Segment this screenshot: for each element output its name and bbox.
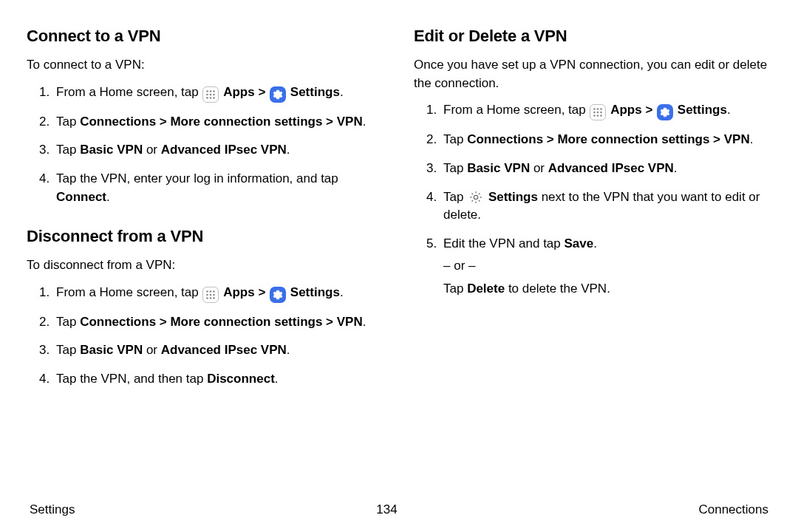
right-column: Edit or Delete a VPN Once you have set u… <box>414 27 771 502</box>
text: Tap the VPN, and then tap <box>56 372 207 386</box>
intro-disconnect: To disconnect from a VPN: <box>27 256 384 275</box>
footer-right: Connections <box>698 502 768 517</box>
period: . <box>363 315 366 329</box>
text: Tap the VPN, enter your log in informati… <box>56 171 338 185</box>
step-1: From a Home screen, tap Apps > Settings. <box>53 83 384 103</box>
step-4: Tap the VPN, enter your log in informati… <box>53 170 384 206</box>
text: Tap <box>443 132 467 146</box>
save-label: Save <box>565 236 594 250</box>
rest: to delete the VPN. <box>505 282 610 296</box>
path: Connections > More connection settings >… <box>80 115 363 129</box>
arrow: > <box>255 85 269 99</box>
apps-label: Apps <box>223 85 255 99</box>
period: . <box>340 285 344 299</box>
step-1: From a Home screen, tap Apps > Settings. <box>440 101 771 120</box>
path: Connections > More connection settings >… <box>80 315 363 329</box>
step-2: Tap Connections > More connection settin… <box>53 113 384 132</box>
opt1: Basic VPN <box>80 143 143 157</box>
period: . <box>287 143 290 157</box>
heading-disconnect-vpn: Disconnect from a VPN <box>27 227 384 246</box>
step-4: Tap Settings next to the VPN that you wa… <box>440 188 771 225</box>
arrow: > <box>642 103 656 117</box>
step-2: Tap Connections > More connection settin… <box>440 131 771 149</box>
apps-icon <box>590 104 606 120</box>
step-5: Edit the VPN and tap Save. – or – Tap De… <box>440 235 771 299</box>
step-3: Tap Basic VPN or Advanced IPsec VPN. <box>53 341 384 360</box>
arrow: > <box>255 285 269 299</box>
apps-label: Apps <box>223 285 255 299</box>
period: . <box>287 343 290 357</box>
steps-disconnect: From a Home screen, tap Apps > Settings.… <box>27 284 384 389</box>
or: or <box>530 161 548 175</box>
steps-connect: From a Home screen, tap Apps > Settings.… <box>27 83 384 207</box>
left-column: Connect to a VPN To connect to a VPN: Fr… <box>27 27 384 502</box>
text: Tap <box>56 343 80 357</box>
opt2: Advanced IPsec VPN <box>548 161 674 175</box>
period: . <box>674 161 678 175</box>
heading-connect-vpn: Connect to a VPN <box>27 27 384 46</box>
footer-page-number: 134 <box>376 502 397 517</box>
opt2: Advanced IPsec VPN <box>161 143 287 157</box>
manual-page: Connect to a VPN To connect to a VPN: Fr… <box>0 0 798 532</box>
text: Tap <box>56 143 80 157</box>
delete-label: Delete <box>467 282 505 296</box>
text: Tap <box>443 190 467 204</box>
settings-label: Settings <box>290 285 340 299</box>
heading-edit-delete-vpn: Edit or Delete a VPN <box>414 27 771 46</box>
text: Tap <box>443 161 467 175</box>
step-2: Tap Connections > More connection settin… <box>53 313 384 332</box>
period: . <box>106 190 110 204</box>
text: Tap <box>56 115 80 129</box>
period: . <box>340 85 344 99</box>
apps-icon <box>202 287 219 303</box>
period: . <box>727 103 731 117</box>
step-4: Tap the VPN, and then tap Disconnect. <box>53 370 384 389</box>
apps-label: Apps <box>610 103 642 117</box>
period: . <box>275 372 279 386</box>
connect-label: Connect <box>56 190 106 204</box>
content-columns: Connect to a VPN To connect to a VPN: Fr… <box>27 27 771 502</box>
opt1: Basic VPN <box>467 161 530 175</box>
settings-label: Settings <box>678 103 727 117</box>
page-footer: Settings 134 Connections <box>27 502 771 517</box>
text: From a Home screen, tap <box>56 285 202 299</box>
settings-icon <box>657 104 673 120</box>
delete-line: Tap Delete to delete the VPN. <box>443 280 771 299</box>
intro-connect: To connect to a VPN: <box>27 56 384 75</box>
period: . <box>750 132 754 146</box>
text: From a Home screen, tap <box>443 103 589 117</box>
apps-icon <box>202 86 219 103</box>
text: Edit the VPN and tap <box>443 236 565 250</box>
period: . <box>593 236 597 250</box>
opt2: Advanced IPsec VPN <box>161 343 287 357</box>
step-1: From a Home screen, tap Apps > Settings. <box>53 284 384 303</box>
settings-icon <box>270 86 286 103</box>
or: or <box>143 143 161 157</box>
footer-left: Settings <box>30 502 75 517</box>
text: Tap <box>443 282 467 296</box>
settings-icon <box>270 287 286 303</box>
disconnect-label: Disconnect <box>207 372 275 386</box>
step-3: Tap Basic VPN or Advanced IPsec VPN. <box>53 141 384 160</box>
intro-edit: Once you have set up a VPN connection, y… <box>414 56 771 92</box>
opt1: Basic VPN <box>80 343 143 357</box>
or: or <box>143 343 161 357</box>
or-line: – or – <box>443 257 771 276</box>
settings-label: Settings <box>290 85 340 99</box>
step-3: Tap Basic VPN or Advanced IPsec VPN. <box>440 160 771 178</box>
text: From a Home screen, tap <box>56 85 202 99</box>
settings-label: Settings <box>488 190 538 204</box>
steps-edit: From a Home screen, tap Apps > Settings.… <box>414 101 771 298</box>
path: Connections > More connection settings >… <box>467 132 750 146</box>
gear-icon <box>468 189 484 205</box>
text: Tap <box>56 315 80 329</box>
period: . <box>363 115 366 129</box>
